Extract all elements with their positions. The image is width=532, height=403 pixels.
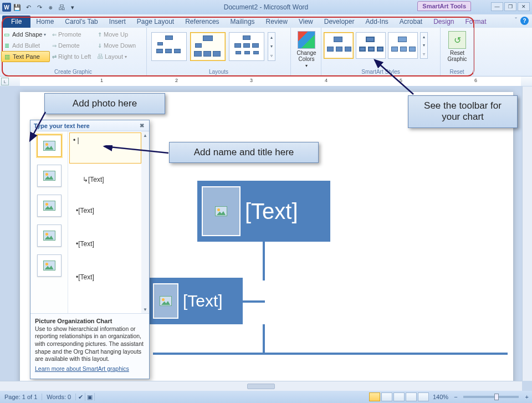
text-pane-thumb[interactable] xyxy=(37,225,62,247)
file-tab[interactable]: File xyxy=(2,16,30,28)
layout-thumb-3[interactable] xyxy=(229,32,264,61)
text-pane-icon: ▥ xyxy=(3,53,11,60)
ribbon-minimize-icon[interactable]: ˇ xyxy=(515,17,517,25)
style-thumb-2[interactable] xyxy=(356,32,386,59)
status-macro-icon[interactable]: ▣ xyxy=(85,393,95,401)
qat-custom2-icon[interactable]: 品 xyxy=(57,2,66,12)
text-pane-thumb[interactable] xyxy=(37,165,62,187)
scroll-thumb[interactable] xyxy=(247,384,275,389)
demote-button[interactable]: ⇒Demote xyxy=(51,40,93,51)
view-outline-button[interactable] xyxy=(406,392,417,401)
word-icon[interactable]: W xyxy=(2,3,11,12)
style-thumb-3[interactable] xyxy=(388,32,418,59)
learn-more-link[interactable]: Learn more about SmartArt graphics xyxy=(35,365,129,373)
group-create-graphic: ▭Add Shape ▾ ≣Add Bullet ▥Text Pane ⇐Pro… xyxy=(0,28,147,75)
picture-placeholder[interactable] xyxy=(153,283,178,319)
qat-dropdown-icon[interactable]: ▾ xyxy=(68,2,78,12)
move-down-icon: ⇓ xyxy=(98,43,102,49)
text-pane-button[interactable]: ▥Text Pane xyxy=(1,51,50,62)
tab-addins[interactable]: Add-Ins xyxy=(360,16,393,28)
tab-view[interactable]: View xyxy=(293,16,319,28)
move-up-button[interactable]: ⇑Move Up xyxy=(96,29,139,40)
smartart-tools-tab[interactable]: SmartArt Tools xyxy=(417,1,471,11)
horizontal-ruler[interactable]: L 1 2 3 4 5 6 xyxy=(0,76,532,86)
tab-format[interactable]: Format xyxy=(460,16,492,28)
undo-icon[interactable]: ↶ xyxy=(23,2,33,12)
vertical-scrollbar[interactable] xyxy=(522,86,532,381)
text-pane-thumb[interactable] xyxy=(37,135,62,157)
help-icon[interactable]: ? xyxy=(520,17,529,25)
tab-home[interactable]: Home xyxy=(30,16,59,28)
zoom-level[interactable]: 140% xyxy=(429,394,452,400)
layouts-gallery-more[interactable]: ▴▾▿ xyxy=(268,32,275,61)
page[interactable]: [Text] [Text] Type your text here ✖ xyxy=(20,92,513,391)
scroll-down-icon[interactable]: ▼ xyxy=(141,305,149,313)
status-words[interactable]: Words: 0 xyxy=(42,394,76,400)
view-full-screen-button[interactable] xyxy=(381,392,392,401)
down-icon: ▾ xyxy=(270,44,273,49)
picture-icon xyxy=(160,296,172,306)
text-pane-scrollbar[interactable]: ▲▼ xyxy=(141,131,149,313)
zoom-in-button[interactable]: + xyxy=(522,394,532,400)
layout-button[interactable]: 品Layout ▾ xyxy=(96,51,139,62)
text-pane-list[interactable]: • | ↳ [Text] • [Text] • [Text] • [Text] … xyxy=(68,131,149,313)
window-title: Document2 - Microsoft Word xyxy=(224,3,309,11)
status-page[interactable]: Page: 1 of 1 xyxy=(0,394,42,400)
smartart-text-pane: Type your text here ✖ • | ↳ [Text] • [Te… xyxy=(30,120,150,379)
right-to-left-button[interactable]: ⇄Right to Left xyxy=(51,51,93,62)
tab-acrobat[interactable]: Acrobat xyxy=(394,16,428,28)
tab-design[interactable]: Design xyxy=(428,16,459,28)
status-proofing-icon[interactable]: ✔ xyxy=(76,393,85,401)
zoom-slider-knob[interactable] xyxy=(494,394,499,400)
add-bullet-icon: ≣ xyxy=(3,42,11,49)
add-bullet-button[interactable]: ≣Add Bullet xyxy=(1,40,50,51)
tab-mailings[interactable]: Mailings xyxy=(225,16,260,28)
tab-selector-icon[interactable]: L xyxy=(1,78,9,85)
tab-insert[interactable]: Insert xyxy=(104,16,131,28)
picture-icon xyxy=(43,231,55,241)
close-button[interactable]: ✕ xyxy=(518,2,530,11)
text-pane-thumb[interactable] xyxy=(37,195,62,217)
group-label-styles: SmartArt Styles xyxy=(321,69,440,75)
save-icon[interactable]: 💾 xyxy=(12,2,22,12)
smartart-top-shape[interactable]: [Text] xyxy=(197,181,330,242)
connector-line xyxy=(263,242,265,280)
qat-custom-icon[interactable]: ⎈ xyxy=(45,2,55,12)
group-label-layouts: Layouts xyxy=(147,69,290,75)
smartart-assistant-shape[interactable]: [Text] xyxy=(149,278,243,324)
tab-review[interactable]: Review xyxy=(260,16,293,28)
tab-developer[interactable]: Developer xyxy=(319,16,360,28)
scroll-up-icon[interactable]: ▲ xyxy=(141,131,149,139)
add-shape-button[interactable]: ▭Add Shape ▾ xyxy=(1,29,50,40)
view-draft-button[interactable] xyxy=(418,392,429,401)
view-print-layout-button[interactable] xyxy=(369,392,380,401)
tab-page-layout[interactable]: Page Layout xyxy=(131,16,180,28)
smartart-sub-text[interactable]: [Text] xyxy=(183,292,223,310)
layout-thumb-1[interactable] xyxy=(151,32,187,61)
picture-icon xyxy=(43,201,55,211)
smartart-top-text[interactable]: [Text] xyxy=(245,199,298,224)
picture-placeholder[interactable] xyxy=(202,186,241,236)
restore-button[interactable]: ❐ xyxy=(504,2,516,11)
minimize-button[interactable]: — xyxy=(491,2,503,11)
horizontal-scrollbar[interactable] xyxy=(0,381,522,391)
styles-gallery-more[interactable]: ▴▾▿ xyxy=(420,32,428,59)
tab-carols[interactable]: Carol's Tab xyxy=(59,16,103,28)
more-icon: ▿ xyxy=(423,52,425,57)
view-web-layout-button[interactable] xyxy=(393,392,405,401)
promote-button[interactable]: ⇐Promote xyxy=(51,29,93,40)
zoom-out-button[interactable]: − xyxy=(452,394,459,400)
style-thumb-1[interactable] xyxy=(324,32,354,59)
text-pane-thumb[interactable] xyxy=(37,254,62,277)
reset-graphic-button[interactable]: ↺ Reset Graphic xyxy=(444,31,470,62)
change-colors-button[interactable]: Change Colors▾ xyxy=(293,31,320,68)
move-down-button[interactable]: ⇓Move Down xyxy=(96,40,139,51)
callout-toolbar: See the toolbar foryour chart xyxy=(408,95,518,128)
up-icon: ▴ xyxy=(270,35,273,40)
tab-references[interactable]: References xyxy=(180,16,224,28)
text-pane-close-icon[interactable]: ✖ xyxy=(138,122,146,130)
zoom-slider[interactable] xyxy=(463,396,519,398)
group-layouts: ▴▾▿ Layouts xyxy=(147,28,291,75)
redo-icon[interactable]: ↷ xyxy=(34,2,44,12)
layout-thumb-2[interactable] xyxy=(190,32,226,61)
